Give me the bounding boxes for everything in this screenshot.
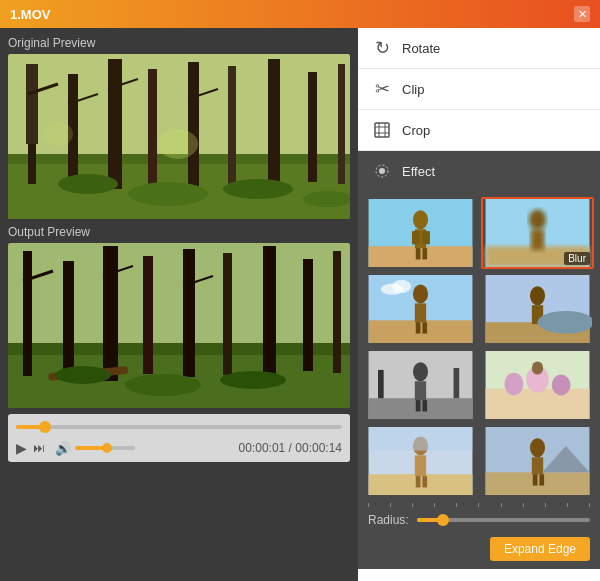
- right-panel: ↻ Rotate ✂ Clip Crop: [358, 28, 600, 581]
- svg-rect-53: [412, 231, 420, 244]
- expand-edge-row: Expand Edge: [358, 533, 600, 569]
- svg-rect-8: [188, 62, 199, 187]
- progress-track[interactable]: [16, 425, 342, 429]
- svg-point-87: [532, 361, 543, 374]
- svg-rect-12: [338, 64, 345, 184]
- effect-grid: Blur: [358, 191, 600, 503]
- svg-point-63: [413, 284, 428, 303]
- svg-point-51: [413, 210, 428, 229]
- svg-rect-29: [143, 256, 153, 374]
- svg-point-17: [58, 174, 118, 194]
- radius-row: Radius:: [358, 507, 600, 533]
- effect-tint1[interactable]: [364, 425, 477, 497]
- clip-label: Clip: [402, 82, 424, 97]
- svg-rect-93: [422, 476, 427, 487]
- playback-row: ▶ ⏭ 🔊 00:00:01 / 00:00:14: [16, 440, 342, 456]
- time-display: 00:00:01 / 00:00:14: [239, 441, 342, 455]
- close-button[interactable]: ✕: [574, 6, 590, 22]
- svg-point-19: [223, 179, 293, 199]
- svg-rect-101: [539, 474, 544, 485]
- clip-icon: ✂: [372, 79, 392, 99]
- adjust-tool[interactable]: Adjust: [358, 569, 600, 581]
- crop-icon: [372, 120, 392, 140]
- progress-thumb[interactable]: [39, 421, 51, 433]
- main-container: Original Preview: [0, 28, 600, 581]
- effect-vintage[interactable]: [481, 349, 594, 421]
- svg-rect-77: [415, 381, 426, 400]
- effect-blur[interactable]: Blur: [481, 197, 594, 269]
- effect-tint2[interactable]: [481, 425, 594, 497]
- effect-bw[interactable]: [364, 349, 477, 421]
- effect-label: Effect: [402, 164, 435, 179]
- svg-rect-27: [63, 261, 74, 373]
- svg-rect-98: [532, 457, 543, 474]
- rotate-tool[interactable]: ↻ Rotate: [358, 28, 600, 69]
- svg-point-86: [552, 375, 571, 396]
- svg-point-18: [128, 182, 208, 206]
- expand-edge-button[interactable]: Expand Edge: [490, 537, 590, 561]
- volume-fill: [75, 446, 105, 450]
- play-button[interactable]: ▶: [16, 440, 27, 456]
- volume-track[interactable]: [75, 446, 135, 450]
- svg-point-59: [529, 209, 546, 230]
- svg-rect-30: [183, 249, 195, 377]
- controls-area: ▶ ⏭ 🔊 00:00:01 / 00:00:14: [8, 414, 350, 462]
- skip-button[interactable]: ⏭: [33, 441, 45, 455]
- effect-icon: [372, 161, 392, 181]
- svg-point-47: [379, 168, 385, 174]
- output-preview: [8, 243, 350, 408]
- svg-rect-34: [333, 251, 341, 373]
- svg-rect-54: [422, 231, 430, 244]
- rotate-icon: ↻: [372, 38, 392, 58]
- svg-point-39: [55, 366, 111, 384]
- title-bar: 1.MOV ✕: [0, 0, 600, 28]
- svg-rect-10: [268, 59, 280, 189]
- volume-icon[interactable]: 🔊: [55, 441, 71, 456]
- svg-rect-79: [422, 400, 427, 411]
- svg-point-40: [125, 374, 201, 396]
- svg-rect-11: [308, 72, 317, 182]
- blur-badge: Blur: [564, 252, 590, 265]
- svg-point-76: [413, 362, 428, 381]
- svg-point-22: [43, 122, 73, 146]
- rotate-label: Rotate: [402, 41, 440, 56]
- svg-rect-80: [378, 370, 384, 398]
- svg-rect-56: [422, 248, 427, 259]
- crop-tool[interactable]: Crop: [358, 110, 600, 151]
- svg-rect-100: [533, 474, 538, 485]
- effect-normal[interactable]: [364, 197, 477, 269]
- svg-rect-60: [531, 229, 544, 250]
- effect-tool[interactable]: Effect: [358, 151, 600, 191]
- svg-rect-92: [416, 476, 421, 487]
- volume-thumb[interactable]: [102, 443, 112, 453]
- output-preview-label: Output Preview: [8, 225, 350, 239]
- svg-rect-32: [263, 246, 276, 378]
- svg-rect-66: [422, 322, 427, 333]
- svg-point-97: [530, 438, 545, 457]
- svg-rect-26: [23, 251, 32, 376]
- svg-rect-55: [416, 248, 421, 259]
- svg-rect-33: [303, 259, 313, 371]
- left-panel: Original Preview: [0, 28, 358, 581]
- crop-label: Crop: [402, 123, 430, 138]
- original-preview-label: Original Preview: [8, 36, 350, 50]
- svg-rect-91: [415, 455, 426, 476]
- svg-rect-42: [375, 123, 389, 137]
- svg-rect-78: [416, 400, 421, 411]
- svg-point-73: [538, 311, 593, 334]
- svg-rect-94: [369, 427, 473, 451]
- radius-track[interactable]: [417, 518, 590, 522]
- clip-tool[interactable]: ✂ Clip: [358, 69, 600, 110]
- effect-warm[interactable]: [364, 273, 477, 345]
- svg-point-84: [504, 373, 523, 396]
- svg-rect-4: [26, 64, 38, 144]
- radius-label: Radius:: [368, 513, 409, 527]
- svg-rect-28: [103, 246, 118, 381]
- progress-bar-container[interactable]: [16, 420, 342, 434]
- svg-rect-65: [416, 322, 421, 333]
- radius-thumb[interactable]: [437, 514, 449, 526]
- svg-rect-7: [148, 69, 157, 184]
- svg-point-68: [392, 280, 411, 293]
- effect-cool[interactable]: [481, 273, 594, 345]
- svg-point-41: [220, 371, 286, 389]
